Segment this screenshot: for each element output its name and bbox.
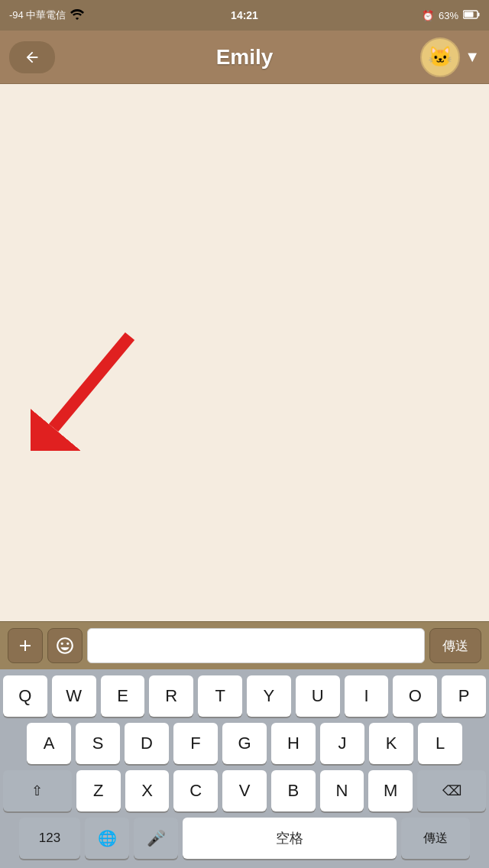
key-row-2: A S D F G H J K L — [3, 723, 486, 764]
dropdown-arrow-icon[interactable]: ▼ — [465, 48, 480, 66]
svg-rect-1 — [465, 11, 474, 17]
svg-rect-2 — [478, 12, 480, 16]
space-key[interactable]: 空格 — [183, 818, 397, 859]
key-M[interactable]: M — [368, 770, 413, 811]
carrier-text: -94 中華電信 — [9, 8, 66, 22]
key-C[interactable]: C — [173, 770, 218, 811]
key-T[interactable]: T — [198, 675, 242, 717]
key-O[interactable]: O — [393, 675, 437, 717]
nav-title: Emily — [216, 45, 274, 70]
key-Y[interactable]: Y — [247, 675, 291, 717]
plus-button[interactable] — [8, 628, 43, 663]
mic-key[interactable]: 🎤 — [134, 818, 178, 859]
delete-key[interactable]: ⌫ — [417, 770, 486, 811]
key-P[interactable]: P — [442, 675, 486, 717]
keyboard-send-key[interactable]: 傳送 — [401, 818, 470, 859]
status-bar: -94 中華電信 14:21 ⏰ 63% — [0, 0, 489, 31]
chat-area — [0, 84, 489, 621]
key-N[interactable]: N — [320, 770, 364, 811]
key-X[interactable]: X — [125, 770, 170, 811]
status-right: ⏰ 63% — [422, 10, 480, 21]
nav-right[interactable]: 🐱 ▼ — [420, 37, 480, 77]
key-S[interactable]: S — [76, 723, 120, 764]
key-J[interactable]: J — [320, 723, 364, 764]
key-R[interactable]: R — [149, 675, 193, 717]
key-row-bottom: 123 🌐 🎤 空格 傳送 — [3, 818, 486, 859]
nav-bar: Emily 🐱 ▼ — [0, 31, 489, 84]
avatar[interactable]: 🐱 — [420, 37, 460, 77]
keyboard-rows: Q W E R T Y U I O P A S D F G H J K L ⇧ … — [0, 669, 489, 868]
key-Q[interactable]: Q — [3, 675, 47, 717]
clock-icon: ⏰ — [422, 10, 434, 21]
key-D[interactable]: D — [125, 723, 169, 764]
send-button[interactable]: 傳送 — [429, 628, 481, 663]
key-row-1: Q W E R T Y U I O P — [3, 675, 486, 717]
message-input[interactable] — [87, 628, 425, 663]
key-A[interactable]: A — [27, 723, 71, 764]
key-W[interactable]: W — [52, 675, 96, 717]
globe-key[interactable]: 🌐 — [85, 818, 129, 859]
input-bar: 傳送 — [0, 621, 489, 669]
key-Z[interactable]: Z — [76, 770, 121, 811]
emoji-button[interactable] — [47, 628, 83, 663]
key-U[interactable]: U — [296, 675, 340, 717]
key-B[interactable]: B — [271, 770, 316, 811]
key-row-3: ⇧ Z X C V B N M ⌫ — [3, 770, 486, 811]
svg-line-4 — [53, 336, 130, 428]
key-I[interactable]: I — [345, 675, 389, 717]
battery-text: 63% — [439, 10, 458, 21]
keyboard: Q W E R T Y U I O P A S D F G H J K L ⇧ … — [0, 669, 489, 868]
key-G[interactable]: G — [222, 723, 267, 764]
key-E[interactable]: E — [101, 675, 145, 717]
battery-icon — [463, 10, 480, 21]
status-left: -94 中華電信 — [9, 8, 84, 22]
numbers-key[interactable]: 123 — [19, 818, 80, 859]
annotation-arrow — [31, 329, 153, 451]
wifi-icon — [70, 9, 84, 22]
key-K[interactable]: K — [369, 723, 413, 764]
back-button[interactable] — [9, 41, 55, 73]
status-time: 14:21 — [231, 9, 258, 21]
key-V[interactable]: V — [222, 770, 267, 811]
key-H[interactable]: H — [271, 723, 316, 764]
key-L[interactable]: L — [418, 723, 462, 764]
shift-key[interactable]: ⇧ — [3, 770, 72, 811]
key-F[interactable]: F — [173, 723, 218, 764]
